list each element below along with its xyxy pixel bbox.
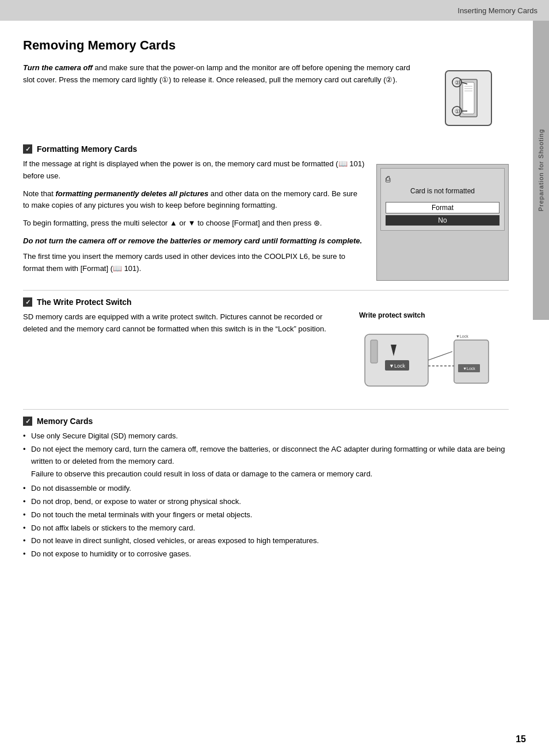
camera-screen: ⎙ Card is not formatted Format No	[376, 164, 509, 281]
memory-cards-list: Use only Secure Digital (SD) memory card…	[23, 430, 509, 560]
formatting-heading-label: Formatting Memory Cards	[37, 144, 137, 154]
formatting-or: or	[180, 219, 186, 227]
write-protect-heading-label: The Write Protect Switch	[37, 297, 132, 307]
write-protect-diagram: Write protect switch ▼Lock ▼Lock	[359, 311, 509, 398]
formatting-heading: Formatting Memory Cards	[23, 144, 509, 154]
formatting-para4: The first time you insert the memory car…	[23, 251, 365, 275]
list-item: Do not drop, bend, or expose to water or…	[23, 496, 509, 508]
list-item: Do not expose to humidity or to corrosiv…	[23, 548, 509, 560]
memory-cards-heading: Memory Cards	[23, 417, 509, 426]
formatting-check-icon	[23, 144, 32, 154]
camera-diagram: ① ②	[428, 62, 509, 133]
svg-rect-17	[454, 340, 489, 383]
write-protect-section: SD memory cards are equipped with a writ…	[23, 311, 509, 398]
camera-screen-format-btn: Format	[386, 202, 500, 213]
svg-text:②: ②	[455, 79, 460, 86]
write-protect-check-icon	[23, 297, 32, 307]
svg-rect-16	[371, 340, 378, 363]
write-protect-heading: The Write Protect Switch	[23, 297, 509, 307]
formatting-para3: To begin formatting, press the multi sel…	[23, 217, 365, 230]
side-tab-label: Preparation for Shooting	[537, 129, 544, 211]
header-bar: Inserting Memory Cards	[0, 0, 549, 21]
intro-text: Turn the camera off and make sure that t…	[23, 62, 417, 133]
side-tab: Preparation for Shooting	[533, 21, 549, 320]
camera-screen-message: Card is not formatted	[386, 187, 500, 195]
list-item: Do not disassemble or modify.	[23, 483, 509, 495]
camera-diagram-svg: ① ②	[428, 62, 509, 131]
formatting-to2: to	[157, 201, 163, 209]
camera-screen-icon: ⎙	[386, 174, 500, 184]
divider1	[23, 290, 509, 291]
page-title: Removing Memory Cards	[23, 38, 509, 53]
write-protect-illustration: ▼Lock ▼Lock ▼Lock	[359, 323, 509, 398]
main-content: Removing Memory Cards Turn the camera of…	[0, 21, 532, 573]
camera-screen-no-btn: No	[386, 215, 500, 226]
list-item: Use only Secure Digital (SD) memory card…	[23, 430, 509, 442]
formatting-para2: Note that formatting permanently deletes…	[23, 188, 365, 212]
intro-emphasis: Turn the camera off	[23, 63, 93, 72]
write-protect-svg: ▼Lock ▼Lock ▼Lock	[359, 323, 509, 398]
list-item: Do not touch the metal terminals with yo…	[23, 509, 509, 521]
svg-line-21	[428, 352, 452, 360]
page-number: 15	[516, 734, 526, 744]
write-protect-diagram-label: Write protect switch	[359, 311, 509, 319]
sub-para: Failure to observe this precaution could…	[23, 468, 509, 480]
intro-paragraph: Turn the camera off and make sure that t…	[23, 62, 417, 86]
formatting-text: If the message at right is displayed whe…	[23, 158, 365, 281]
intro-to1: to	[173, 75, 180, 84]
formatting-section: If the message at right is displayed whe…	[23, 158, 509, 281]
svg-text:▼Lock: ▼Lock	[389, 363, 405, 369]
svg-text:▼Lock: ▼Lock	[463, 366, 475, 371]
header-title: Inserting Memory Cards	[458, 6, 537, 15]
camera-screen-inner: ⎙ Card is not formatted Format No	[380, 168, 505, 231]
memory-cards-check-icon	[23, 417, 32, 426]
list-item: Do not affix labels or stickers to the m…	[23, 522, 509, 534]
formatting-warning: Do not turn the camera off or remove the…	[23, 235, 365, 247]
memory-cards-heading-label: Memory Cards	[37, 417, 93, 426]
formatting-to3: to	[197, 219, 204, 227]
divider2	[23, 409, 509, 410]
list-item: Do not eject the memory card, turn the c…	[23, 444, 509, 468]
svg-rect-2	[463, 82, 474, 114]
list-item: Do not leave in direct sunlight, closed …	[23, 535, 509, 547]
intro-section: Turn the camera off and make sure that t…	[23, 62, 509, 133]
svg-text:①: ①	[455, 108, 460, 114]
formatting-emphasis: formatting permanently deletes all pictu…	[55, 189, 208, 198]
write-protect-text: SD memory cards are equipped with a writ…	[23, 311, 348, 398]
svg-text:▼Lock: ▼Lock	[456, 334, 468, 338]
formatting-para1: If the message at right is displayed whe…	[23, 158, 365, 182]
